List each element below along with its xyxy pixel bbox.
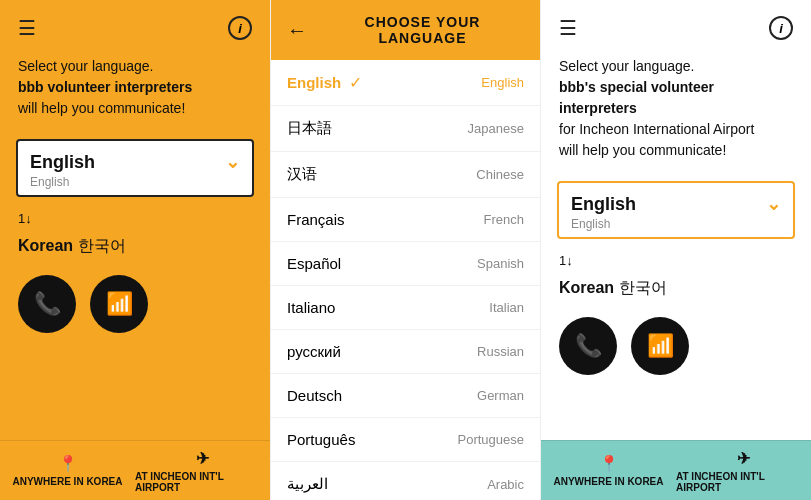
- left-top-bar: ☰ i: [0, 0, 270, 56]
- right-tagline: Select your language. bbb's special volu…: [541, 56, 811, 173]
- right-phone-icon: 📞: [575, 333, 602, 359]
- right-dropdown-sublabel: English: [571, 217, 781, 231]
- right-wifi-button[interactable]: 📶: [631, 317, 689, 375]
- right-anywhere-label: ANYWHERE IN KOREA: [553, 476, 663, 487]
- left-menu-icon[interactable]: ☰: [18, 16, 36, 40]
- left-chevron-icon: ⌄: [225, 151, 240, 173]
- back-icon[interactable]: ←: [287, 19, 307, 42]
- language-english-name: English: [481, 75, 524, 90]
- right-call-button[interactable]: 📞: [559, 317, 617, 375]
- left-selected-language: English: [30, 152, 95, 173]
- left-dropdown-sublabel: English: [30, 175, 240, 189]
- right-wifi-icon: 📶: [647, 333, 674, 359]
- right-bottom-bar: 📍 ANYWHERE IN KOREA ✈ AT INCHEON INT'L A…: [541, 440, 811, 500]
- language-list-item[interactable]: PortuguêsPortuguese: [271, 418, 540, 462]
- language-english-name: Spanish: [477, 256, 524, 271]
- left-wifi-icon: 📶: [106, 291, 133, 317]
- language-list-item[interactable]: العربيةArabic: [271, 462, 540, 500]
- language-english-name: Italian: [489, 300, 524, 315]
- language-english-name: Russian: [477, 344, 524, 359]
- left-panel: ☰ i Select your language. bbb volunteer …: [0, 0, 270, 500]
- left-info-icon[interactable]: i: [228, 16, 252, 40]
- left-tagline: Select your language. bbb volunteer inte…: [0, 56, 270, 131]
- language-chooser-header: ← CHOOSE YOUR LANGUAGE: [271, 0, 540, 60]
- language-english-name: German: [477, 388, 524, 403]
- language-native-name: Italiano: [287, 299, 335, 316]
- middle-panel: ← CHOOSE YOUR LANGUAGE English✓English日本…: [270, 0, 541, 500]
- language-list: English✓English日本語Japanese汉语ChineseFranç…: [271, 60, 540, 500]
- language-list-item[interactable]: FrançaisFrench: [271, 198, 540, 242]
- language-list-item[interactable]: DeutschGerman: [271, 374, 540, 418]
- language-native-name: Deutsch: [287, 387, 342, 404]
- language-list-item[interactable]: 汉语Chinese: [271, 152, 540, 198]
- left-phone-icon: 📞: [34, 291, 61, 317]
- left-location-icon: 📍: [58, 454, 78, 473]
- language-native-name: 汉语: [287, 165, 317, 184]
- right-language-dropdown[interactable]: English ⌄ English: [557, 181, 795, 239]
- language-english-name: Japanese: [468, 121, 524, 136]
- left-incheon-airport[interactable]: ✈ AT INCHEON INT'L AIRPORT: [135, 449, 270, 493]
- right-incheon-airport[interactable]: ✈ AT INCHEON INT'L AIRPORT: [676, 449, 811, 493]
- right-action-buttons: 📞 📶: [541, 307, 811, 385]
- language-native-name: Português: [287, 431, 355, 448]
- language-english-name: Portuguese: [458, 432, 525, 447]
- left-language-dropdown[interactable]: English ⌄ English: [16, 139, 254, 197]
- language-english-name: Arabic: [487, 477, 524, 492]
- language-native-name: русский: [287, 343, 341, 360]
- right-output-language: Korean 한국어: [541, 274, 811, 307]
- left-anywhere-label: ANYWHERE IN KOREA: [12, 476, 122, 487]
- language-native-name: Français: [287, 211, 345, 228]
- right-top-bar: ☰ i: [541, 0, 811, 56]
- right-info-icon[interactable]: i: [769, 16, 793, 40]
- language-check-icon: ✓: [349, 73, 362, 92]
- left-plane-icon: ✈: [196, 449, 209, 468]
- left-action-buttons: 📞 📶: [0, 265, 270, 343]
- right-sort-indicator[interactable]: 1↓: [541, 247, 811, 274]
- right-selected-language: English: [571, 194, 636, 215]
- left-wifi-button[interactable]: 📶: [90, 275, 148, 333]
- right-anywhere-korea[interactable]: 📍 ANYWHERE IN KOREA: [541, 454, 676, 487]
- language-native-name: العربية: [287, 475, 328, 493]
- language-native-name: 日本語: [287, 119, 332, 138]
- language-list-item[interactable]: ItalianoItalian: [271, 286, 540, 330]
- language-english-name: French: [484, 212, 524, 227]
- left-call-button[interactable]: 📞: [18, 275, 76, 333]
- right-location-icon: 📍: [599, 454, 619, 473]
- right-chevron-icon: ⌄: [766, 193, 781, 215]
- right-menu-icon[interactable]: ☰: [559, 16, 577, 40]
- left-bottom-bar: 📍 ANYWHERE IN KOREA ✈ AT INCHEON INT'L A…: [0, 440, 270, 500]
- right-plane-icon: ✈: [737, 449, 750, 468]
- language-english-name: Chinese: [476, 167, 524, 182]
- right-panel: ☰ i Select your language. bbb's special …: [541, 0, 811, 500]
- left-incheon-label: AT INCHEON INT'L AIRPORT: [135, 471, 270, 493]
- left-sort-indicator[interactable]: 1↓: [0, 205, 270, 232]
- language-list-item[interactable]: 日本語Japanese: [271, 106, 540, 152]
- left-output-language: Korean 한국어: [0, 232, 270, 265]
- right-incheon-label: AT INCHEON INT'L AIRPORT: [676, 471, 811, 493]
- language-list-item[interactable]: English✓English: [271, 60, 540, 106]
- language-list-item[interactable]: русскийRussian: [271, 330, 540, 374]
- language-list-item[interactable]: EspañolSpanish: [271, 242, 540, 286]
- language-native-name: Español: [287, 255, 341, 272]
- language-native-name: English: [287, 74, 341, 91]
- choose-language-title: CHOOSE YOUR LANGUAGE: [321, 14, 524, 46]
- left-anywhere-korea[interactable]: 📍 ANYWHERE IN KOREA: [0, 454, 135, 487]
